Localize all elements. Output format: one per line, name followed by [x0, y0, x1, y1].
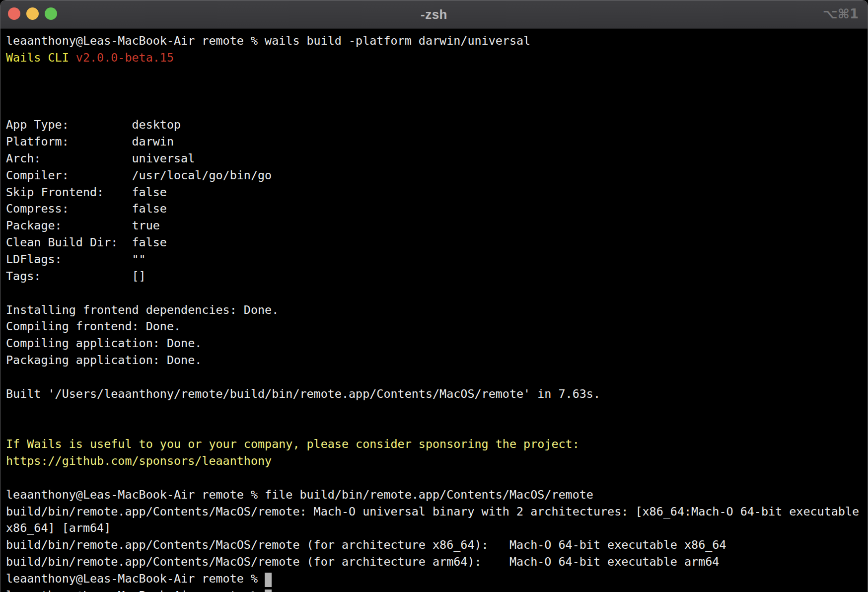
terminal-line: Compiling application: Done.: [6, 335, 868, 352]
terminal-line: leaanthony@Leas-MacBook-Air remote %: [6, 571, 868, 588]
terminal-line: Compiling frontend: Done.: [6, 318, 868, 335]
terminal-text: Installing frontend dependencies: Done.: [6, 303, 279, 317]
terminal-cursor[interactable]: [265, 590, 272, 592]
zoom-button[interactable]: [45, 7, 57, 20]
terminal-line: [6, 67, 868, 83]
terminal-cursor[interactable]: [265, 573, 272, 587]
terminal-line: LDFlags: "": [6, 251, 868, 268]
terminal-text: Compiling frontend: Done.: [6, 319, 181, 333]
terminal-text: https://github.com/sponsors/leaanthony: [6, 454, 272, 468]
terminal-line: Installing frontend dependencies: Done.: [6, 302, 868, 319]
terminal-text: Clean Build Dir: false: [6, 235, 167, 249]
terminal-line: [6, 285, 868, 302]
terminal-line: Package: true: [6, 218, 868, 234]
terminal-line: Skip Frontend: false: [6, 184, 868, 201]
terminal-text: Built '/Users/leaanthony/remote/build/bi…: [6, 387, 600, 401]
terminal-line: [6, 403, 868, 420]
traffic-lights: [8, 7, 57, 20]
terminal-line: https://github.com/sponsors/leaanthony: [6, 453, 868, 470]
terminal-line: [6, 470, 868, 487]
terminal-text: build/bin/remote.app/Contents/MacOS/remo…: [6, 555, 719, 569]
terminal-line: Platform: darwin: [6, 134, 868, 150]
terminal-text: Compress: false: [6, 202, 167, 216]
terminal-line: leaanthony@Leas-MacBook-Air remote % fil…: [6, 487, 868, 504]
terminal-text: Compiler: /usr/local/go/bin/go: [6, 168, 272, 182]
terminal-text: Arch: universal: [6, 151, 195, 165]
terminal-line: Compiler: /usr/local/go/bin/go: [6, 167, 868, 184]
terminal-text: x86_64] [arm64]: [6, 521, 111, 535]
terminal-text: v2.0.0-beta.15: [76, 51, 174, 65]
terminal-text: build/bin/remote.app/Contents/MacOS/remo…: [6, 505, 859, 518]
close-button[interactable]: [8, 7, 20, 20]
terminal-text: leaanthony@Leas-MacBook-Air remote % fil…: [6, 488, 593, 502]
title-bar[interactable]: -zsh ⌥⌘1: [0, 0, 868, 29]
terminal-line: Tags: []: [6, 268, 868, 285]
terminal-text: Platform: darwin: [6, 135, 174, 148]
terminal-text: leaanthony@Leas-MacBook-Air remote % wai…: [6, 34, 530, 48]
terminal-text: App Type: desktop: [6, 118, 181, 132]
terminal-text: Skip Frontend: false: [6, 185, 167, 199]
terminal-output[interactable]: leaanthony@Leas-MacBook-Air remote % wai…: [0, 29, 868, 592]
terminal-text: leaanthony@Leas-MacBook-Air remote %: [6, 572, 265, 586]
terminal-line: build/bin/remote.app/Contents/MacOS/remo…: [6, 504, 868, 520]
terminal-line: Built '/Users/leaanthony/remote/build/bi…: [6, 386, 868, 403]
terminal-line: leaanthony@Leas-MacBook-Air remote % wai…: [6, 33, 868, 50]
terminal-line: Arch: universal: [6, 150, 868, 167]
terminal-line-partial: leaanthony@Leas-MacBook-Air remote %: [6, 588, 868, 592]
terminal-line: [6, 419, 868, 436]
terminal-line: Compress: false: [6, 201, 868, 218]
terminal-line: App Type: desktop: [6, 117, 868, 134]
terminal-text: leaanthony@Leas-MacBook-Air remote %: [6, 589, 265, 592]
minimize-button[interactable]: [26, 7, 39, 20]
terminal-line: x86_64] [arm64]: [6, 520, 868, 537]
keyboard-shortcut-badge: ⌥⌘1: [823, 6, 859, 21]
terminal-text: If Wails is useful to you or your compan…: [6, 437, 579, 451]
terminal-line: [6, 369, 868, 386]
terminal-line: build/bin/remote.app/Contents/MacOS/remo…: [6, 554, 868, 571]
terminal-line: If Wails is useful to you or your compan…: [6, 436, 868, 453]
terminal-line: build/bin/remote.app/Contents/MacOS/remo…: [6, 537, 868, 554]
terminal-text: Package: true: [6, 219, 160, 232]
terminal-line: Packaging application: Done.: [6, 352, 868, 369]
terminal-line: Clean Build Dir: false: [6, 234, 868, 251]
terminal-line: [6, 100, 868, 117]
terminal-text: build/bin/remote.app/Contents/MacOS/remo…: [6, 538, 726, 552]
terminal-text: Packaging application: Done.: [6, 353, 202, 367]
terminal-text: Compiling application: Done.: [6, 336, 202, 350]
terminal-text: Tags: []: [6, 269, 146, 283]
terminal-text: LDFlags: "": [6, 252, 146, 266]
terminal-text: Wails CLI: [6, 51, 76, 65]
window-title: -zsh: [421, 7, 447, 22]
terminal-window: -zsh ⌥⌘1 leaanthony@Leas-MacBook-Air rem…: [0, 0, 868, 592]
terminal-line: Wails CLI v2.0.0-beta.15: [6, 50, 868, 67]
terminal-line: [6, 83, 868, 100]
